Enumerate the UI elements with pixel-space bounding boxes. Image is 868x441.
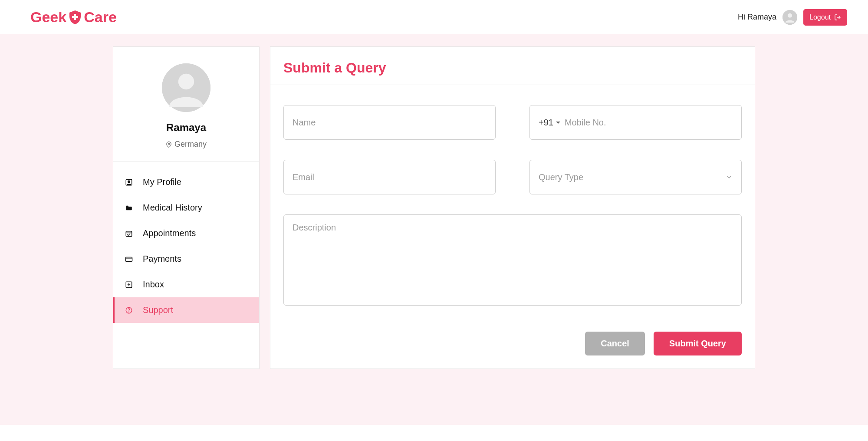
- email-input[interactable]: [283, 160, 496, 194]
- sidebar: Ramaya Germany: [113, 46, 260, 369]
- query-type-placeholder: Query Type: [539, 172, 583, 182]
- sidebar-item-inbox[interactable]: Inbox: [113, 272, 259, 297]
- sidebar-item-label: Medical History: [143, 203, 202, 213]
- sidebar-item-my-profile[interactable]: My Profile: [113, 169, 259, 195]
- profile-icon: [125, 178, 133, 186]
- form-row-2: Query Type: [283, 160, 742, 194]
- main-panel: Submit a Query +91 Que: [270, 46, 755, 369]
- main-header: Submit a Query: [270, 47, 755, 85]
- profile-block: Ramaya Germany: [113, 47, 259, 161]
- header-right: Hi Ramaya Logout: [738, 9, 847, 26]
- submit-query-button[interactable]: Submit Query: [654, 332, 742, 355]
- page-title: Submit a Query: [283, 60, 742, 76]
- chevron-down-icon: [726, 174, 733, 181]
- mobile-input[interactable]: [565, 118, 733, 128]
- description-textarea[interactable]: [283, 214, 742, 306]
- name-input[interactable]: [283, 105, 496, 140]
- logout-icon: [834, 14, 841, 21]
- shield-plus-icon: [68, 10, 82, 25]
- avatar-icon[interactable]: [783, 10, 797, 25]
- sidebar-nav: My Profile Medical History: [113, 161, 259, 323]
- header: Geek Care Hi Ramaya Logout: [0, 0, 868, 34]
- profile-name: Ramaya: [122, 122, 250, 134]
- container: Ramaya Germany: [95, 46, 773, 369]
- form-actions: Cancel Submit Query: [283, 332, 742, 355]
- sidebar-item-payments[interactable]: Payments: [113, 246, 259, 272]
- logout-button[interactable]: Logout: [803, 9, 847, 26]
- svg-point-7: [168, 143, 170, 145]
- query-form: +91 Query Type: [270, 85, 755, 369]
- calendar-icon: [125, 230, 133, 237]
- sidebar-item-label: Appointments: [143, 228, 196, 238]
- query-type-select[interactable]: Query Type: [529, 160, 742, 194]
- profile-location: Germany: [122, 140, 250, 149]
- sidebar-item-support[interactable]: Support: [113, 297, 259, 323]
- svg-point-6: [178, 74, 194, 89]
- sidebar-item-label: My Profile: [143, 177, 181, 187]
- sidebar-item-appointments[interactable]: Appointments: [113, 220, 259, 246]
- mobile-field[interactable]: +91: [529, 105, 742, 140]
- profile-location-text: Germany: [174, 140, 207, 149]
- greeting-text: Hi Ramaya: [738, 13, 776, 22]
- chevron-down-icon: [556, 122, 560, 124]
- logo-text-left: Geek: [30, 9, 66, 26]
- logo[interactable]: Geek Care: [30, 9, 117, 26]
- svg-point-16: [129, 312, 129, 312]
- svg-point-9: [128, 181, 130, 183]
- folder-icon: [125, 204, 133, 212]
- sidebar-item-label: Payments: [143, 254, 181, 264]
- sidebar-item-medical-history[interactable]: Medical History: [113, 195, 259, 220]
- svg-rect-1: [72, 16, 78, 18]
- svg-rect-10: [126, 231, 132, 236]
- logout-label: Logout: [809, 13, 831, 21]
- avatar-large-icon: [162, 63, 210, 112]
- page-body: Ramaya Germany: [0, 34, 868, 425]
- sidebar-item-label: Support: [143, 305, 173, 315]
- svg-rect-12: [126, 257, 132, 261]
- location-pin-icon: [166, 141, 172, 148]
- country-code-value: +91: [539, 118, 553, 128]
- svg-point-3: [788, 13, 792, 17]
- cancel-button[interactable]: Cancel: [585, 332, 645, 355]
- country-code-select[interactable]: +91: [539, 118, 560, 128]
- inbox-icon: [125, 281, 133, 289]
- form-row-1: +91: [283, 105, 742, 140]
- card-icon: [125, 255, 133, 263]
- help-icon: [125, 306, 133, 314]
- logo-text-right: Care: [84, 9, 117, 26]
- sidebar-item-label: Inbox: [143, 280, 164, 290]
